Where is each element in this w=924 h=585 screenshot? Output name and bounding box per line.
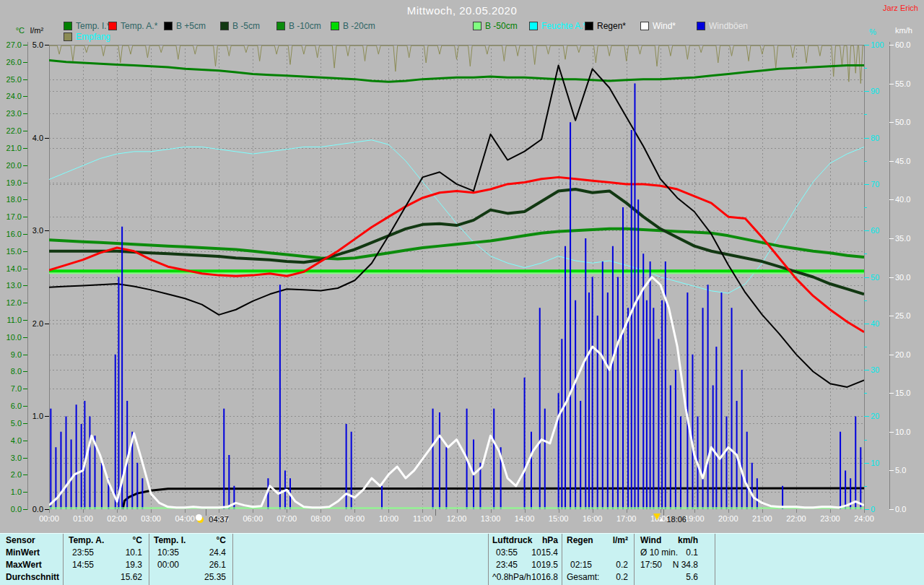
percent-tick-label: 50 — [871, 274, 879, 282]
hour-tick — [49, 509, 50, 513]
panel-separator — [149, 534, 149, 585]
celsius-tick-label: 2.0 — [0, 471, 22, 479]
percent-tick — [864, 138, 869, 139]
percent-tick — [864, 207, 867, 208]
summary-col-unit-regen: l/m² — [592, 536, 628, 545]
percent-tick — [864, 45, 869, 46]
kmh-tick — [889, 199, 894, 200]
celsius-tick — [23, 217, 27, 217]
celsius-tick-label: 23.0 — [0, 110, 22, 118]
hour-tick — [864, 509, 865, 513]
celsius-tick-label: 20.0 — [0, 162, 22, 170]
hour-tick — [253, 509, 253, 513]
percent-tick-label: 30 — [871, 366, 879, 374]
summary-row-label: Durchschnitt — [6, 573, 59, 582]
hour-tick-label: 21:00 — [748, 514, 777, 523]
hour-tick-label: 12:00 — [443, 514, 471, 523]
kmh-tick-label: 0.0 — [895, 506, 906, 514]
noon-tick — [435, 509, 436, 516]
celsius-tick-label: 16.0 — [0, 230, 22, 238]
celsius-tick-label: 14.0 — [0, 265, 22, 273]
celsius-tick — [23, 199, 27, 200]
hour-tick-label: 10:00 — [374, 514, 403, 523]
legend-color-swatch — [473, 22, 481, 30]
celsius-tick-label: 26.0 — [0, 58, 22, 66]
summary-cell-value: 19.3 — [92, 560, 142, 570]
summary-row-label: MaxWert — [6, 560, 42, 570]
hour-tick — [422, 509, 423, 513]
legend-color-swatch — [331, 22, 339, 30]
lm2-tick-label: 0.0 — [23, 506, 43, 514]
hour-tick — [83, 509, 84, 513]
celsius-tick — [23, 492, 27, 493]
hour-tick-label: 09:00 — [340, 514, 369, 523]
celsius-tick — [23, 337, 27, 338]
summary-cell-value: 1019.5 — [507, 560, 558, 570]
hour-tick — [593, 509, 593, 513]
percent-tick-label: 90 — [871, 87, 879, 95]
legend-item-windb-en: Windböen — [709, 21, 748, 31]
celsius-tick-label: 15.0 — [0, 248, 22, 256]
panel-separator — [634, 534, 635, 585]
summary-cell-value: 1016.8 — [507, 573, 558, 582]
percent-tick — [864, 347, 867, 347]
hour-tick-label: 20:00 — [714, 514, 743, 523]
percent-tick — [864, 324, 869, 324]
hour-tick-label: 16:00 — [578, 514, 607, 523]
sunrise-icon — [196, 514, 202, 521]
panel-separator — [562, 534, 562, 585]
celsius-tick — [23, 113, 27, 114]
hour-tick-label: 03:00 — [136, 514, 165, 523]
panel-separator — [232, 534, 233, 585]
kmh-tick-label: 45.0 — [895, 157, 910, 165]
chart-canvas — [49, 45, 864, 509]
weather-chart-app: Mittwoch, 20.05.2020 Jarz Erich Temp. I.… — [0, 0, 924, 585]
kmh-tick — [889, 45, 894, 46]
percent-tick — [864, 114, 867, 115]
lm2-tick — [45, 45, 49, 46]
hour-tick-label: 24:00 — [850, 514, 879, 523]
legend-item-b-5cm: B +5cm — [176, 21, 206, 31]
percent-tick-label: 100 — [871, 41, 884, 49]
hour-tick-label: 00:00 — [35, 514, 64, 523]
summary-cell-value: 10.1 — [92, 548, 142, 558]
celsius-tick — [23, 355, 27, 355]
celsius-tick — [23, 251, 27, 252]
celsius-tick-label: 8.0 — [0, 368, 22, 376]
celsius-tick — [23, 285, 27, 286]
lm2-tick-label: 5.0 — [23, 41, 43, 49]
hour-tick-label: 08:00 — [306, 514, 335, 523]
hour-tick-label: 14:00 — [510, 514, 539, 523]
celsius-tick-label: 17.0 — [0, 213, 22, 221]
percent-tick — [864, 416, 869, 417]
celsius-tick — [23, 423, 27, 424]
celsius-tick-label: 25.0 — [0, 76, 22, 84]
celsius-tick — [23, 183, 27, 183]
legend-color-swatch — [164, 22, 173, 30]
hour-tick — [694, 509, 695, 513]
legend-color-swatch — [108, 22, 117, 30]
legend-item-b-5cm: B -5cm — [232, 21, 260, 31]
kmh-tick-label: 40.0 — [895, 196, 910, 204]
hour-tick-label: 15:00 — [544, 514, 573, 523]
legend-color-swatch — [529, 22, 538, 30]
celsius-tick-label: 6.0 — [0, 402, 22, 410]
kmh-tick-label: 5.0 — [895, 467, 906, 474]
celsius-tick-label: 3.0 — [0, 454, 22, 462]
summary-cell-value: 0.1 — [648, 548, 698, 558]
legend-item-b-10cm: B -10cm — [289, 21, 321, 31]
celsius-tick — [23, 96, 27, 97]
hour-tick — [796, 509, 797, 513]
sunset-time-label: 18:06 — [666, 516, 687, 524]
celsius-tick — [23, 474, 27, 475]
legend-item-b-20cm: B -20cm — [343, 21, 375, 31]
celsius-tick — [23, 269, 27, 269]
summary-cell-value: 1015.4 — [507, 548, 558, 558]
summary-cell-value: 15.62 — [92, 573, 142, 582]
kmh-tick — [889, 122, 894, 123]
percent-tick — [864, 254, 867, 254]
kmh-tick-label: 35.0 — [895, 235, 910, 243]
kmh-tick-label: 50.0 — [895, 118, 910, 126]
celsius-tick — [23, 148, 27, 149]
summary-panel: SensorMinWertMaxWertDurchschnittTemp. A.… — [0, 533, 924, 585]
